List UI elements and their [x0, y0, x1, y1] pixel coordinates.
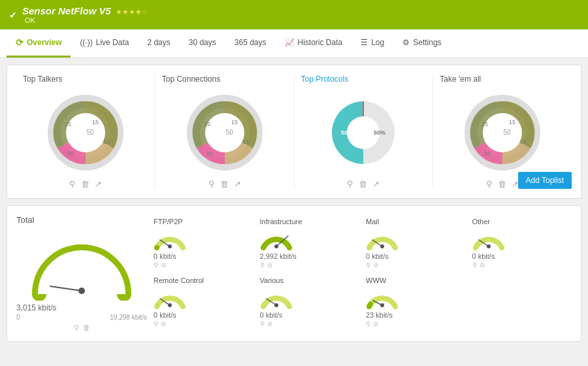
svg-text:15: 15: [520, 139, 527, 145]
trash-icon-3[interactable]: 🗑: [359, 179, 367, 189]
top-cards: Top Talkers: [16, 75, 572, 189]
remote-pin-icon[interactable]: ⚲: [154, 320, 158, 327]
metric-remote-control: Remote Control 0 kbit/s ⚲ ⊘: [147, 274, 253, 333]
pin-icon[interactable]: ⚲: [69, 179, 76, 189]
svg-text:50%: 50%: [341, 129, 353, 136]
tab-historic-label: Historic Data: [298, 38, 343, 47]
tab-2days[interactable]: 2 days: [138, 30, 179, 57]
card-top-talkers: Top Talkers: [16, 75, 155, 189]
svg-point-40: [380, 303, 384, 307]
total-column: Total 3,015 kbit/s: [16, 215, 147, 332]
tab-settings[interactable]: ⚙ Settings: [393, 30, 450, 57]
various-trash-icon[interactable]: ⊘: [267, 320, 272, 327]
trash-icon-4[interactable]: 🗑: [498, 179, 506, 189]
external-icon-2[interactable]: ↗: [234, 179, 241, 189]
pin-icon-3[interactable]: ⚲: [347, 179, 353, 189]
metric-remote-control-gauge: [154, 286, 186, 309]
www-trash-icon[interactable]: ⊘: [373, 320, 378, 327]
various-pin-icon[interactable]: ⚲: [260, 320, 265, 327]
pin-icon-2[interactable]: ⚲: [208, 179, 215, 189]
tab-30days[interactable]: 30 days: [180, 30, 225, 57]
mail-trash-icon[interactable]: ⊘: [373, 261, 378, 269]
tab-live-data[interactable]: ((·)) Live Data: [71, 30, 138, 57]
trash-icon-2[interactable]: 🗑: [220, 179, 229, 189]
remote-trash-icon[interactable]: ⊘: [161, 320, 166, 327]
top-section: Top Talkers: [7, 65, 581, 199]
svg-text:50: 50: [504, 129, 512, 136]
tab-overview-label: Overview: [27, 38, 61, 47]
other-trash-icon[interactable]: ⊘: [480, 261, 485, 269]
svg-text:50: 50: [225, 129, 233, 136]
ftp-p2p-pin-icon[interactable]: ⚲: [154, 261, 158, 269]
tab-30days-label: 30 days: [189, 38, 216, 47]
card-top-protocols-title: Top Protocols: [301, 75, 427, 84]
metric-ftp-p2p-icons: ⚲ ⊘: [154, 261, 247, 269]
tab-settings-label: Settings: [413, 38, 441, 47]
metric-remote-control-label: Remote Control: [154, 276, 247, 284]
add-toplist-button[interactable]: Add Toplist: [518, 172, 572, 189]
tab-overview[interactable]: ⟳ Overview: [7, 29, 71, 58]
bottom-grid: Total 3,015 kbit/s: [16, 215, 572, 332]
other-pin-icon[interactable]: ⚲: [472, 261, 477, 269]
top-connections-chart: 15 15 20 15 50: [182, 90, 267, 175]
metric-various-value: 0 kbit/s: [260, 311, 353, 319]
metric-ftp-p2p-label: FTP/P2P: [154, 218, 247, 225]
infra-trash-icon[interactable]: ⊘: [267, 261, 272, 269]
take-em-all-chart: 15 15 20 15 50: [460, 90, 545, 175]
metric-mail-label: Mail: [366, 218, 459, 225]
svg-text:15: 15: [65, 121, 71, 127]
pin-icon-4[interactable]: ⚲: [486, 179, 493, 189]
svg-point-34: [487, 244, 491, 248]
svg-text:15: 15: [242, 139, 249, 145]
total-min: 0: [16, 314, 20, 321]
header: ✔ Sensor NetFlow V5 ★★★★☆ OK: [0, 0, 588, 29]
svg-text:20: 20: [484, 150, 491, 157]
tab-log[interactable]: ☰ Log: [351, 30, 393, 57]
main-content: Top Talkers: [0, 58, 588, 348]
metric-mail-icons: ⚲ ⊘: [366, 261, 459, 269]
mail-pin-icon[interactable]: ⚲: [366, 261, 370, 269]
external-icon-3[interactable]: ↗: [372, 179, 380, 189]
svg-point-28: [168, 244, 172, 248]
metric-other: Other 0 kbit/s ⚲ ⊘: [466, 215, 572, 274]
metric-mail-gauge: [366, 227, 399, 250]
metric-www-label: WWW: [366, 276, 459, 284]
metric-other-value: 0 kbit/s: [472, 252, 566, 260]
metric-ftp-p2p: FTP/P2P 0 kbit/s ⚲ ⊘: [147, 215, 253, 274]
metric-other-icons: ⚲ ⊘: [472, 261, 566, 269]
total-pin-icon[interactable]: ⚲: [74, 324, 79, 332]
svg-text:15: 15: [103, 139, 110, 145]
metric-remote-control-value: 0 kbit/s: [154, 311, 247, 319]
metric-infrastructure: Infrastructure 2,992 kbit/s ⚲ ⊘: [253, 215, 360, 274]
svg-point-36: [168, 303, 172, 307]
metric-infrastructure-icons: ⚲ ⊘: [260, 261, 353, 269]
nav-tabs: ⟳ Overview ((·)) Live Data 2 days 30 day…: [0, 29, 588, 58]
infra-pin-icon[interactable]: ⚲: [260, 261, 265, 269]
metrics-grid: FTP/P2P 0 kbit/s ⚲ ⊘ Infrastruct: [147, 215, 572, 332]
top-talkers-icons: ⚲ 🗑 ↗: [23, 179, 148, 189]
total-value: 3,015 kbit/s: [16, 303, 147, 312]
tab-365days[interactable]: 365 days: [225, 30, 276, 57]
star-rating: ★★★★☆: [116, 8, 148, 16]
svg-point-19: [483, 113, 522, 152]
metric-ftp-p2p-value: 0 kbit/s: [154, 252, 247, 260]
tab-365days-label: 365 days: [235, 38, 267, 47]
check-icon: ✔: [9, 10, 17, 20]
ftp-p2p-trash-icon[interactable]: ⊘: [161, 261, 166, 269]
svg-text:15: 15: [92, 119, 99, 125]
svg-point-30: [274, 244, 278, 248]
total-trash-icon[interactable]: 🗑: [83, 324, 90, 332]
www-pin-icon[interactable]: ⚲: [366, 320, 370, 327]
external-icon[interactable]: ↗: [95, 179, 102, 189]
trash-icon[interactable]: 🗑: [81, 179, 90, 189]
metric-mail-value: 0 kbit/s: [366, 252, 459, 260]
card-top-talkers-title: Top Talkers: [23, 75, 148, 84]
sensor-title: Sensor NetFlow V5: [22, 5, 111, 16]
settings-icon: ⚙: [402, 38, 410, 47]
overview-icon: ⟳: [16, 37, 24, 48]
card-take-em-all-title: Take 'em all: [440, 75, 565, 84]
svg-text:15: 15: [204, 121, 210, 127]
top-connections-icons: ⚲ 🗑 ↗: [162, 179, 287, 189]
tab-historic[interactable]: 📈 Historic Data: [276, 30, 352, 57]
total-gauge: [29, 229, 134, 301]
